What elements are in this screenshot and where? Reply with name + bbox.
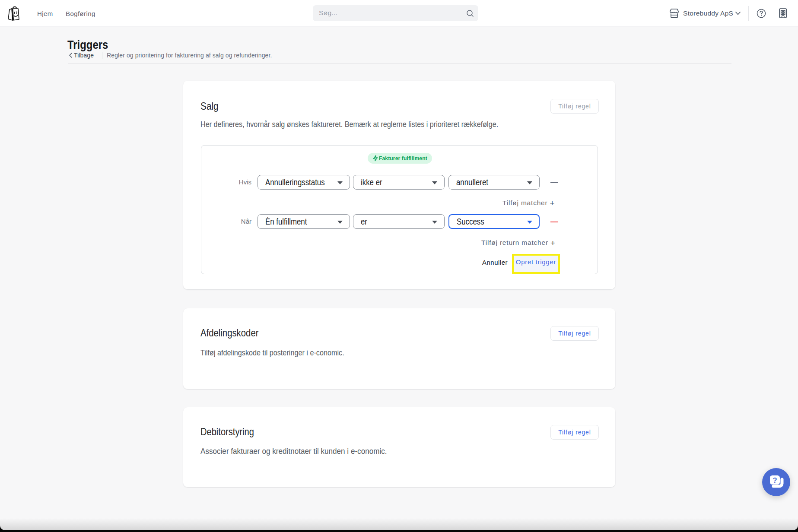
svg-text:?: ? bbox=[773, 476, 777, 484]
